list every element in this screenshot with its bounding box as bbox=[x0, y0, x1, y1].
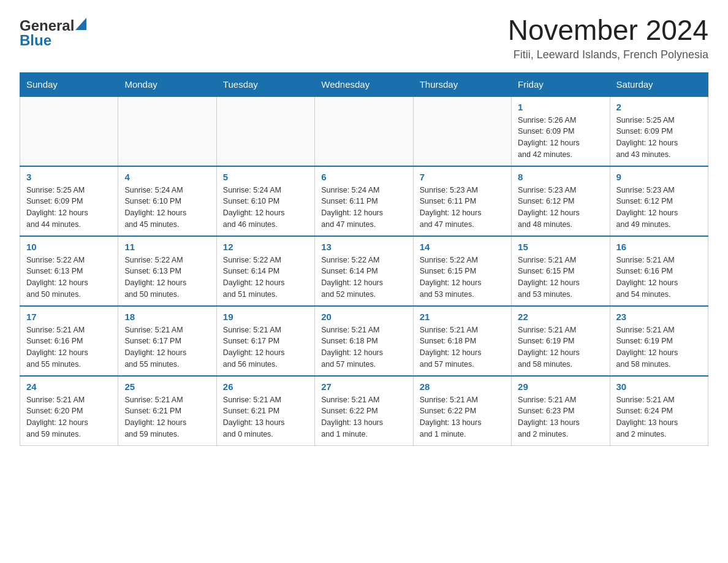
title-block: November 2024 Fitii, Leeward Islands, Fr… bbox=[508, 15, 708, 61]
calendar-cell: 18Sunrise: 5:21 AMSunset: 6:17 PMDayligh… bbox=[118, 306, 216, 376]
calendar-cell: 16Sunrise: 5:21 AMSunset: 6:16 PMDayligh… bbox=[610, 236, 708, 306]
calendar-cell: 14Sunrise: 5:22 AMSunset: 6:15 PMDayligh… bbox=[413, 236, 511, 306]
col-header-wednesday: Wednesday bbox=[315, 72, 413, 96]
calendar-cell: 2Sunrise: 5:25 AMSunset: 6:09 PMDaylight… bbox=[610, 96, 708, 166]
day-number: 13 bbox=[321, 242, 406, 252]
week-row-4: 17Sunrise: 5:21 AMSunset: 6:16 PMDayligh… bbox=[20, 306, 708, 376]
calendar-cell: 30Sunrise: 5:21 AMSunset: 6:24 PMDayligh… bbox=[610, 376, 708, 446]
calendar-cell: 8Sunrise: 5:23 AMSunset: 6:12 PMDaylight… bbox=[512, 166, 610, 236]
day-number: 1 bbox=[518, 102, 603, 112]
day-number: 10 bbox=[26, 242, 112, 252]
page-title: November 2024 bbox=[508, 15, 708, 46]
day-number: 15 bbox=[518, 242, 603, 252]
day-number: 8 bbox=[518, 172, 603, 182]
page-subtitle: Fitii, Leeward Islands, French Polynesia bbox=[508, 48, 708, 61]
day-number: 11 bbox=[124, 242, 210, 252]
calendar-cell: 10Sunrise: 5:22 AMSunset: 6:13 PMDayligh… bbox=[20, 236, 118, 306]
day-info: Sunrise: 5:21 AMSunset: 6:19 PMDaylight:… bbox=[616, 324, 702, 370]
day-number: 6 bbox=[321, 172, 406, 182]
day-info: Sunrise: 5:21 AMSunset: 6:24 PMDaylight:… bbox=[616, 394, 702, 440]
calendar-cell: 6Sunrise: 5:24 AMSunset: 6:11 PMDaylight… bbox=[315, 166, 413, 236]
day-info: Sunrise: 5:25 AMSunset: 6:09 PMDaylight:… bbox=[26, 185, 112, 231]
day-info: Sunrise: 5:21 AMSunset: 6:22 PMDaylight:… bbox=[321, 394, 406, 440]
calendar-cell: 3Sunrise: 5:25 AMSunset: 6:09 PMDaylight… bbox=[20, 166, 118, 236]
logo-blue-text: Blue bbox=[20, 32, 51, 49]
calendar-cell bbox=[20, 96, 118, 166]
calendar-cell: 15Sunrise: 5:21 AMSunset: 6:15 PMDayligh… bbox=[512, 236, 610, 306]
calendar-cell: 27Sunrise: 5:21 AMSunset: 6:22 PMDayligh… bbox=[315, 376, 413, 446]
day-info: Sunrise: 5:21 AMSunset: 6:15 PMDaylight:… bbox=[518, 255, 603, 301]
calendar-table: SundayMondayTuesdayWednesdayThursdayFrid… bbox=[20, 72, 708, 446]
calendar-cell bbox=[413, 96, 511, 166]
day-number: 14 bbox=[420, 242, 505, 252]
col-header-saturday: Saturday bbox=[610, 72, 708, 96]
day-info: Sunrise: 5:21 AMSunset: 6:21 PMDaylight:… bbox=[124, 394, 210, 440]
calendar-cell: 22Sunrise: 5:21 AMSunset: 6:19 PMDayligh… bbox=[512, 306, 610, 376]
calendar-cell: 7Sunrise: 5:23 AMSunset: 6:11 PMDaylight… bbox=[413, 166, 511, 236]
calendar-cell: 28Sunrise: 5:21 AMSunset: 6:22 PMDayligh… bbox=[413, 376, 511, 446]
calendar-cell bbox=[315, 96, 413, 166]
day-number: 20 bbox=[321, 312, 406, 322]
day-info: Sunrise: 5:21 AMSunset: 6:16 PMDaylight:… bbox=[26, 324, 112, 370]
calendar-cell: 17Sunrise: 5:21 AMSunset: 6:16 PMDayligh… bbox=[20, 306, 118, 376]
day-info: Sunrise: 5:25 AMSunset: 6:09 PMDaylight:… bbox=[616, 115, 702, 161]
day-number: 9 bbox=[616, 172, 702, 182]
calendar-cell: 20Sunrise: 5:21 AMSunset: 6:18 PMDayligh… bbox=[315, 306, 413, 376]
day-info: Sunrise: 5:23 AMSunset: 6:11 PMDaylight:… bbox=[420, 185, 505, 231]
day-info: Sunrise: 5:24 AMSunset: 6:10 PMDaylight:… bbox=[124, 185, 210, 231]
day-info: Sunrise: 5:21 AMSunset: 6:21 PMDaylight:… bbox=[223, 394, 308, 440]
calendar-cell bbox=[216, 96, 314, 166]
day-info: Sunrise: 5:21 AMSunset: 6:19 PMDaylight:… bbox=[518, 324, 603, 370]
day-number: 21 bbox=[420, 312, 505, 322]
day-number: 18 bbox=[124, 312, 210, 322]
calendar-cell: 24Sunrise: 5:21 AMSunset: 6:20 PMDayligh… bbox=[20, 376, 118, 446]
day-number: 3 bbox=[26, 172, 112, 182]
week-row-3: 10Sunrise: 5:22 AMSunset: 6:13 PMDayligh… bbox=[20, 236, 708, 306]
day-info: Sunrise: 5:21 AMSunset: 6:20 PMDaylight:… bbox=[26, 394, 112, 440]
calendar-cell: 25Sunrise: 5:21 AMSunset: 6:21 PMDayligh… bbox=[118, 376, 216, 446]
day-info: Sunrise: 5:24 AMSunset: 6:11 PMDaylight:… bbox=[321, 185, 406, 231]
day-info: Sunrise: 5:23 AMSunset: 6:12 PMDaylight:… bbox=[518, 185, 603, 231]
day-number: 29 bbox=[518, 381, 603, 392]
day-number: 28 bbox=[420, 381, 505, 392]
day-number: 25 bbox=[124, 381, 210, 392]
calendar-cell: 13Sunrise: 5:22 AMSunset: 6:14 PMDayligh… bbox=[315, 236, 413, 306]
day-number: 4 bbox=[124, 172, 210, 182]
day-number: 19 bbox=[223, 312, 308, 322]
day-info: Sunrise: 5:21 AMSunset: 6:17 PMDaylight:… bbox=[124, 324, 210, 370]
calendar-cell: 29Sunrise: 5:21 AMSunset: 6:23 PMDayligh… bbox=[512, 376, 610, 446]
calendar-cell: 4Sunrise: 5:24 AMSunset: 6:10 PMDaylight… bbox=[118, 166, 216, 236]
day-info: Sunrise: 5:21 AMSunset: 6:23 PMDaylight:… bbox=[518, 394, 603, 440]
day-number: 7 bbox=[420, 172, 505, 182]
day-info: Sunrise: 5:21 AMSunset: 6:22 PMDaylight:… bbox=[420, 394, 505, 440]
page-header: General Blue November 2024 Fitii, Leewar… bbox=[20, 15, 708, 61]
day-info: Sunrise: 5:26 AMSunset: 6:09 PMDaylight:… bbox=[518, 115, 603, 161]
col-header-monday: Monday bbox=[118, 72, 216, 96]
calendar-cell: 5Sunrise: 5:24 AMSunset: 6:10 PMDaylight… bbox=[216, 166, 314, 236]
calendar-cell: 21Sunrise: 5:21 AMSunset: 6:18 PMDayligh… bbox=[413, 306, 511, 376]
day-number: 5 bbox=[223, 172, 308, 182]
day-number: 2 bbox=[616, 102, 702, 112]
calendar-cell: 23Sunrise: 5:21 AMSunset: 6:19 PMDayligh… bbox=[610, 306, 708, 376]
calendar-cell: 12Sunrise: 5:22 AMSunset: 6:14 PMDayligh… bbox=[216, 236, 314, 306]
calendar-cell: 19Sunrise: 5:21 AMSunset: 6:17 PMDayligh… bbox=[216, 306, 314, 376]
logo-arrow-icon bbox=[75, 18, 86, 33]
day-info: Sunrise: 5:22 AMSunset: 6:14 PMDaylight:… bbox=[223, 255, 308, 301]
calendar-cell: 9Sunrise: 5:23 AMSunset: 6:12 PMDaylight… bbox=[610, 166, 708, 236]
calendar-cell: 1Sunrise: 5:26 AMSunset: 6:09 PMDaylight… bbox=[512, 96, 610, 166]
col-header-tuesday: Tuesday bbox=[216, 72, 314, 96]
calendar-header-row: SundayMondayTuesdayWednesdayThursdayFrid… bbox=[20, 72, 708, 96]
col-header-sunday: Sunday bbox=[20, 72, 118, 96]
day-info: Sunrise: 5:24 AMSunset: 6:10 PMDaylight:… bbox=[223, 185, 308, 231]
col-header-friday: Friday bbox=[512, 72, 610, 96]
day-number: 27 bbox=[321, 381, 406, 392]
day-number: 23 bbox=[616, 312, 702, 322]
day-info: Sunrise: 5:21 AMSunset: 6:18 PMDaylight:… bbox=[420, 324, 505, 370]
day-info: Sunrise: 5:23 AMSunset: 6:12 PMDaylight:… bbox=[616, 185, 702, 231]
week-row-1: 1Sunrise: 5:26 AMSunset: 6:09 PMDaylight… bbox=[20, 96, 708, 166]
logo: General Blue bbox=[20, 15, 86, 49]
calendar-cell: 26Sunrise: 5:21 AMSunset: 6:21 PMDayligh… bbox=[216, 376, 314, 446]
day-info: Sunrise: 5:22 AMSunset: 6:14 PMDaylight:… bbox=[321, 255, 406, 301]
day-number: 22 bbox=[518, 312, 603, 322]
day-info: Sunrise: 5:21 AMSunset: 6:18 PMDaylight:… bbox=[321, 324, 406, 370]
